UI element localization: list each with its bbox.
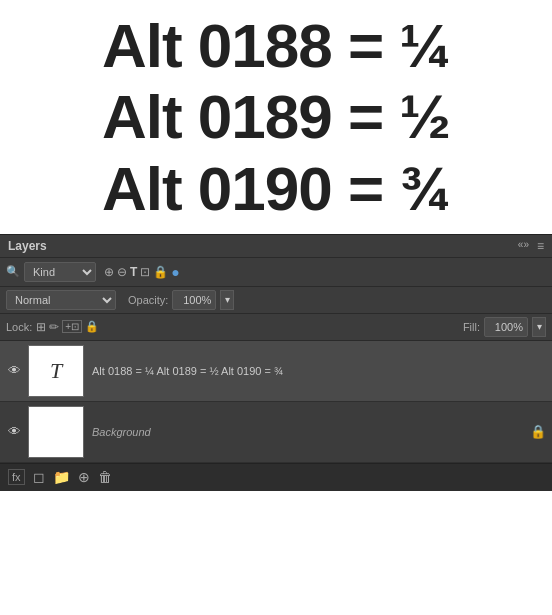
opacity-label: Opacity:: [128, 294, 168, 306]
layers-bottom-bar: fx ◻ 📁 ⊕ 🗑: [0, 463, 552, 491]
create-group-icon[interactable]: 📁: [53, 469, 70, 485]
text-layer-thumb-icon: T: [50, 358, 62, 384]
fraction-line-3: Alt 0190 = ¾: [102, 153, 450, 224]
filter-adjustment-icon[interactable]: ⊖: [117, 265, 127, 279]
filter-type-icon[interactable]: T: [130, 265, 137, 279]
search-icon: 🔍: [6, 265, 20, 278]
filter-row: 🔍 Kind Name Effect ⊕ ⊖ T ⊡ 🔒 ●: [0, 258, 552, 287]
filter-dot-icon: ●: [171, 264, 179, 280]
kind-select[interactable]: Kind Name Effect: [24, 262, 96, 282]
lock-fill-row: Lock: ⊞ ✏ +⊡ 🔒 Fill: ▾: [0, 314, 552, 341]
visibility-icon-text-layer[interactable]: 👁: [6, 363, 22, 378]
filter-shape-icon[interactable]: ⊡: [140, 265, 150, 279]
lock-transparent-icon[interactable]: ⊞: [36, 320, 46, 334]
background-layer-thumbnail: [28, 406, 84, 458]
layers-panel: Layers «» ≡ 🔍 Kind Name Effect ⊕ ⊖ T ⊡ 🔒…: [0, 234, 552, 491]
background-lock-icon: 🔒: [530, 424, 546, 439]
bottom-action-icons: fx ◻ 📁 ⊕ 🗑: [8, 469, 112, 485]
lock-label: Lock:: [6, 321, 32, 333]
background-layer-row[interactable]: 👁 Background 🔒: [0, 402, 552, 463]
add-mask-icon[interactable]: ◻: [33, 469, 45, 485]
fill-input[interactable]: [484, 317, 528, 337]
visibility-icon-bg-layer[interactable]: 👁: [6, 424, 22, 439]
lock-position-icon[interactable]: +⊡: [62, 320, 82, 333]
text-layer-thumbnail: T: [28, 345, 84, 397]
filter-icons: ⊕ ⊖ T ⊡ 🔒 ●: [104, 264, 180, 280]
create-layer-icon[interactable]: ⊕: [78, 469, 90, 485]
fill-label: Fill:: [463, 321, 480, 333]
add-layer-style-icon[interactable]: fx: [8, 469, 25, 485]
delete-layer-icon[interactable]: 🗑: [98, 469, 112, 485]
opacity-input[interactable]: [172, 290, 216, 310]
fractions-area: Alt 0188 = ¼ Alt 0189 = ½ Alt 0190 = ¾: [0, 0, 552, 234]
lock-all-icon[interactable]: 🔒: [85, 320, 99, 333]
text-layer-row[interactable]: 👁 T Alt 0188 = ¼ Alt 0189 = ½ Alt 0190 =…: [0, 341, 552, 402]
fraction-line-2: Alt 0189 = ½: [102, 81, 450, 152]
blend-opacity-row: Normal Dissolve Darken Multiply Opacity:…: [0, 287, 552, 314]
lock-image-icon[interactable]: ✏: [49, 320, 59, 334]
lock-icons: ⊞ ✏ +⊡ 🔒: [36, 320, 99, 334]
filter-smartobject-icon[interactable]: 🔒: [153, 265, 168, 279]
collapse-icon[interactable]: «»: [518, 239, 529, 253]
opacity-chevron[interactable]: ▾: [220, 290, 234, 310]
panel-menu-icon[interactable]: ≡: [537, 239, 544, 253]
layers-panel-title: Layers: [8, 239, 47, 253]
blend-mode-select[interactable]: Normal Dissolve Darken Multiply: [6, 290, 116, 310]
filter-pixel-icon[interactable]: ⊕: [104, 265, 114, 279]
layers-header-icons: «» ≡: [518, 239, 544, 253]
fraction-line-1: Alt 0188 = ¼: [102, 10, 450, 81]
background-layer-name: Background: [92, 426, 530, 438]
fill-chevron[interactable]: ▾: [532, 317, 546, 337]
text-layer-name: Alt 0188 = ¼ Alt 0189 = ½ Alt 0190 = ¾: [92, 365, 546, 377]
layers-panel-header: Layers «» ≡: [0, 235, 552, 258]
